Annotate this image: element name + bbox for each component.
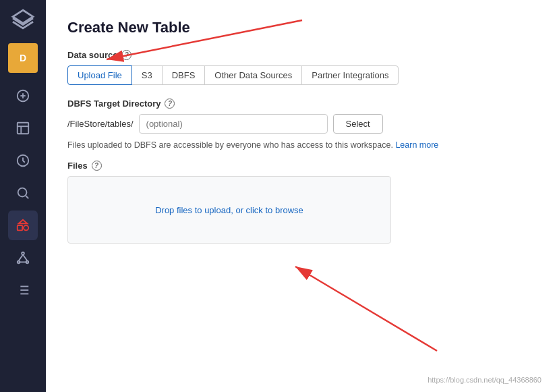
dbfs-path-input[interactable] [139, 114, 328, 134]
shapes-icon [16, 218, 30, 233]
svg-point-8 [18, 188, 27, 197]
files-label: Files ? [67, 161, 533, 171]
plus-circle-icon [16, 88, 30, 103]
search-icon [16, 186, 30, 200]
dbfs-help-icon[interactable]: ? [165, 99, 175, 109]
drop-zone-text: Drop files to upload, or click to browse [155, 205, 303, 215]
sidebar-item-shapes[interactable] [8, 211, 38, 240]
network-icon [16, 250, 30, 265]
dbfs-info-text: Files uploaded to DBFS are accessible by… [67, 140, 533, 150]
dbfs-input-row: /FileStore/tables/ Select [67, 114, 533, 134]
sidebar-item-clock[interactable] [8, 146, 38, 175]
svg-line-28 [295, 267, 437, 351]
svg-line-9 [26, 196, 28, 198]
files-help-icon[interactable]: ? [92, 161, 102, 171]
clock-icon [16, 153, 30, 168]
select-button[interactable]: Select [333, 114, 383, 134]
svg-line-16 [19, 254, 23, 260]
learn-more-link[interactable]: Learn more [395, 140, 438, 150]
sidebar-item-add[interactable] [8, 81, 38, 111]
svg-rect-10 [18, 225, 22, 230]
dbfs-prefix: /FileStore/tables/ [67, 119, 134, 129]
svg-marker-12 [19, 220, 28, 224]
svg-point-11 [24, 225, 28, 230]
layout-icon [16, 121, 30, 136]
tab-upload-file[interactable]: Upload File [67, 65, 132, 85]
sidebar: D [0, 0, 46, 392]
tab-s3[interactable]: S3 [132, 65, 163, 85]
tab-partner-integrations[interactable]: Partner Integrations [301, 65, 399, 85]
watermark: https://blog.csdn.net/qq_44368860 [428, 376, 542, 384]
tab-dbfs[interactable]: DBFS [162, 65, 206, 85]
sidebar-item-network[interactable] [8, 243, 38, 273]
sidebar-logo[interactable] [11, 8, 35, 32]
layers-icon [11, 8, 35, 32]
file-drop-zone[interactable]: Drop files to upload, or click to browse [67, 176, 391, 244]
dbfs-label: DBFS Target Directory ? [67, 99, 533, 109]
dbfs-section: DBFS Target Directory ? /FileStore/table… [67, 99, 533, 134]
sidebar-item-d[interactable]: D [8, 43, 38, 73]
svg-line-17 [23, 254, 27, 260]
main-content: Create New Table Data source ? Upload Fi… [46, 0, 555, 392]
datasource-help-icon[interactable]: ? [121, 50, 132, 60]
sidebar-item-layout[interactable] [8, 113, 38, 143]
list-icon [16, 283, 30, 298]
svg-marker-0 [13, 10, 33, 24]
sidebar-item-list[interactable] [8, 275, 38, 305]
page-title: Create New Table [67, 19, 533, 36]
datasource-label: Data source ? [67, 50, 533, 60]
datasource-tabs: Upload File S3 DBFS Other Data Sources P… [67, 65, 533, 85]
svg-point-13 [22, 252, 24, 255]
svg-rect-4 [18, 123, 29, 134]
tab-other-data-sources[interactable]: Other Data Sources [204, 65, 302, 85]
sidebar-item-search[interactable] [8, 178, 38, 208]
